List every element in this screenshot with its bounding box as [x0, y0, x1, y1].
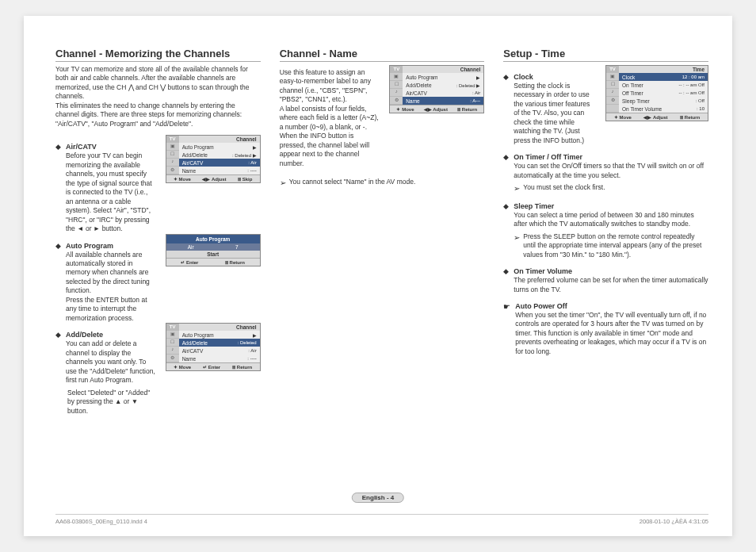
item-text: You can select a time period of between …: [514, 211, 708, 229]
col-channel-name: Channel - Name Use this feature to assig…: [280, 48, 485, 416]
diamond-icon: ◆: [503, 154, 509, 194]
osd-tv-badge: TV: [166, 136, 179, 143]
osd-row-label: Auto Program: [182, 144, 214, 150]
osd-row-label: Add/Delete: [182, 152, 208, 158]
osd-auto-head: Auto Program: [166, 235, 260, 243]
osd-row-value: : Air: [248, 348, 256, 353]
item-title: Auto Program: [66, 242, 156, 250]
osd-side-icons: ▣☐♪⚙: [606, 73, 619, 113]
item-text: You can set the On/Off timers so that th…: [514, 162, 708, 180]
osd-row-value: 12 : 00 am: [682, 75, 704, 79]
osd-side-icons: ▣☐♪⚙: [166, 143, 179, 174]
osd-row-label: Air/CATV: [406, 90, 427, 96]
manual-page: Channel - Memorizing the Channels Your T…: [24, 16, 732, 536]
osd-row-label: Auto Program: [182, 332, 214, 338]
item-title: Auto Power Off: [515, 302, 708, 310]
osd-row-value: : Air: [248, 160, 256, 165]
osd-row-value: : Deleted ▶: [456, 82, 481, 88]
diamond-icon: ◆: [503, 74, 509, 145]
diamond-icon: ◆: [55, 144, 61, 233]
note-text: You cannot select "Name" in the AV mode.: [289, 178, 416, 189]
osd-row-value: ▶: [253, 144, 257, 150]
osd-row-value: : Deleted: [238, 340, 257, 345]
intro-name: Use this feature to assign an easy-to-re…: [280, 68, 380, 168]
osd-row-value: : ----: [247, 168, 256, 173]
item-on-off-timer: ◆ On Timer / Off Timer You can set the O…: [503, 153, 708, 194]
osd-row-label: On Timer Volume: [622, 106, 662, 112]
osd-row-value: : Air: [472, 90, 480, 95]
note-arrow-icon: ➢: [514, 183, 520, 194]
item-on-timer-volume: ◆ On Timer Volume The preferred volume c…: [503, 267, 708, 294]
osd-row-label: Auto Program: [406, 75, 437, 80]
osd-footer: ✦ Move↵ EnterⅢ Return: [166, 362, 260, 370]
heading-memorizing: Channel - Memorizing the Channels: [55, 48, 261, 62]
osd-row-label: On Timer: [622, 82, 643, 88]
osd-auto-mode: Air: [188, 244, 194, 250]
osd-channel-name: TVChannel ▣☐♪⚙ Auto Program▶ Add/Delete:…: [389, 65, 484, 113]
note-arrow-icon: ➢: [280, 178, 286, 189]
item-title: On Timer / Off Timer: [514, 153, 708, 161]
osd-footer: ↵ EnterⅢ Return: [166, 258, 260, 266]
item-text: When you set the timer "On", the TV will…: [515, 311, 708, 356]
osd-title: Time: [619, 66, 708, 73]
osd-row-label: Sleep Timer: [622, 98, 650, 104]
item-clock: ◆ Clock Setting the clock is necessary i…: [503, 73, 596, 145]
osd-tv-badge: TV: [606, 66, 619, 73]
osd-row-value: -- : -- am Off: [678, 82, 704, 87]
item-title: Sleep Timer: [514, 202, 708, 210]
osd-row-label: Name: [182, 168, 196, 174]
intro-memorizing: Your TV can memorize and store all of th…: [55, 65, 261, 128]
note-name-av: ➢ You cannot select "Name" in the AV mod…: [280, 178, 485, 189]
item-text: You can add or delete a channel to displ…: [66, 339, 156, 385]
document-footer: AA68-03806S_00Eng_0110.indd 4 2008-01-10…: [55, 514, 708, 525]
note-arrow-icon: ➢: [514, 232, 520, 259]
note-text: You must set the clock first.: [523, 183, 605, 194]
osd-footer: ✦ Move◀▶ AdjustⅢ Return: [606, 113, 708, 121]
osd-row-value: ▶: [476, 75, 480, 80]
item-add-delete: ◆ Add/Delete You can add or delete a cha…: [55, 331, 156, 385]
col-channel-memorizing: Channel - Memorizing the Channels Your T…: [55, 48, 261, 416]
osd-footer: ✦ Move◀▶ AdjustⅢ Return: [390, 105, 483, 113]
osd-time: TVTime ▣☐♪⚙ Clock12 : 00 am On Timer-- :…: [605, 65, 708, 121]
osd-auto-program: Auto Program Air7 Start ↵ EnterⅢ Return: [166, 234, 261, 266]
item-sleep-timer: ◆ Sleep Timer You can select a time peri…: [503, 202, 708, 259]
osd-title: Channel: [403, 66, 483, 73]
diamond-icon: ◆: [55, 243, 61, 324]
osd-auto-start: Start: [166, 251, 260, 258]
pointing-hand-icon: ☛: [503, 302, 510, 356]
osd-channel-aircatv: TVChannel ▣☐♪⚙ Auto Program▶ Add/Delete:…: [166, 135, 261, 183]
footer-timestamp: 2008-01-10 ¿ÀÈÄ 4:31:05: [640, 518, 708, 525]
osd-row-value: : Off: [696, 98, 704, 103]
heading-time: Setup - Time: [503, 48, 708, 62]
osd-row-label: Off Timer: [622, 90, 643, 96]
osd-row-value: : Deleted ▶: [232, 152, 257, 158]
item-title: Add/Delete: [66, 331, 156, 339]
item-auto-power-off: ☛ Auto Power Off When you set the timer …: [503, 302, 708, 356]
osd-footer: ✦ Move◀▶ AdjustⅢ Skip: [166, 174, 260, 182]
item-text: Setting the clock is necessary in order …: [514, 82, 596, 145]
item-after-text: Select "Deleted" or "Added" by pressing …: [67, 389, 156, 416]
item-title: Air/CATV: [66, 143, 156, 151]
col-setup-time: Setup - Time ◆ Clock Setting the clock i…: [503, 48, 708, 416]
osd-side-icons: ▣☐♪⚙: [390, 73, 403, 105]
item-text: The preferred volume can be set for when…: [514, 276, 708, 294]
osd-row-label: Add/Delete: [406, 82, 431, 88]
osd-row-value: : 10: [697, 106, 704, 111]
item-auto-program: ◆ Auto Program All available channels ar…: [55, 242, 156, 324]
osd-row-label: Add/Delete: [182, 340, 208, 346]
osd-channel-adddelete: TVChannel ▣☐♪⚙ Auto Program▶ Add/Delete:…: [166, 323, 261, 371]
item-title: Clock: [514, 73, 596, 81]
osd-tv-badge: TV: [390, 66, 403, 73]
osd-title: Channel: [179, 136, 260, 143]
item-air-catv: ◆ Air/CATV Before your TV can begin memo…: [55, 143, 156, 233]
diamond-icon: ◆: [503, 268, 509, 294]
osd-row-label: Name: [182, 356, 196, 362]
diamond-icon: ◆: [55, 332, 61, 385]
footer-filename: AA68-03806S_00Eng_0110.indd 4: [55, 518, 147, 525]
heading-name: Channel - Name: [280, 48, 485, 62]
osd-row-label: Air/CATV: [182, 348, 204, 354]
diamond-icon: ◆: [503, 203, 509, 259]
osd-row-label: Name: [406, 98, 419, 104]
osd-title: Channel: [179, 324, 260, 331]
osd-row-label: Clock: [622, 75, 635, 80]
